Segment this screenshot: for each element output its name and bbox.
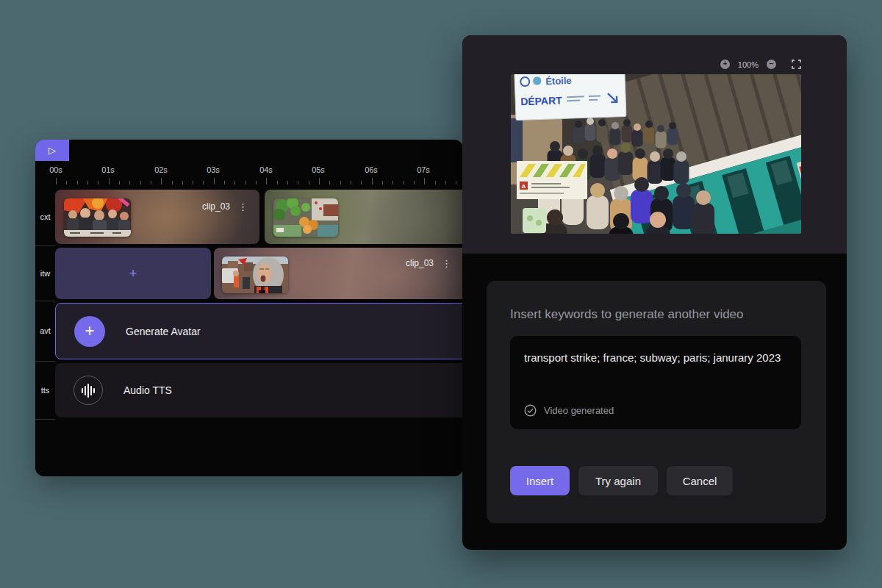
preview-video-frame[interactable]: Étoile DÉPART bbox=[511, 74, 801, 234]
track-divider bbox=[35, 301, 55, 301]
clip-thumbnail-interview bbox=[222, 257, 288, 293]
timeline-ruler[interactable]: 00s 01s 02s 03s 04s 05s 06s 07s bbox=[35, 161, 463, 186]
fullscreen-button[interactable] bbox=[792, 60, 801, 69]
zoom-level: 100% bbox=[738, 60, 759, 69]
zoom-out-button[interactable]: − bbox=[767, 60, 776, 69]
generator-card: Insert keywords to generate another vide… bbox=[487, 281, 826, 523]
track-divider bbox=[35, 245, 55, 246]
zoom-out-icon: − bbox=[770, 60, 774, 68]
zoom-in-button[interactable]: + bbox=[720, 60, 730, 69]
generate-avatar-label: Generate Avatar bbox=[126, 326, 201, 337]
svg-text:DÉPART: DÉPART bbox=[520, 94, 562, 107]
generator-actions: Insert Try again Cancel bbox=[510, 466, 733, 495]
track-divider bbox=[35, 419, 55, 420]
check-circle-icon bbox=[524, 404, 537, 417]
plus-icon: + bbox=[85, 321, 94, 341]
add-clip-icon: + bbox=[129, 265, 137, 282]
departure-sign: Étoile DÉPART bbox=[514, 74, 626, 121]
ruler-label: 01s bbox=[101, 165, 115, 174]
audio-tts-label: Audio TTS bbox=[123, 384, 172, 396]
works-sign: A bbox=[517, 161, 587, 199]
preview-panel: + 100% − bbox=[462, 35, 847, 550]
fullscreen-icon bbox=[792, 60, 801, 69]
timeline-add-clip-slot[interactable]: + bbox=[55, 248, 211, 299]
track-label-avt: avt bbox=[35, 326, 55, 335]
zoom-toolbar: + 100% − bbox=[720, 60, 801, 69]
track-label-itw: itw bbox=[35, 269, 55, 278]
keywords-value: transport strike; france; subway; paris;… bbox=[510, 336, 801, 365]
status-text: Video generated bbox=[544, 405, 614, 416]
clip-thumbnail-protest bbox=[64, 198, 131, 237]
timeline-clip-context-2[interactable] bbox=[265, 190, 463, 244]
audio-waveform-icon bbox=[74, 376, 103, 405]
ruler-label: 04s bbox=[259, 165, 273, 174]
cancel-button[interactable]: Cancel bbox=[667, 466, 733, 495]
ruler-label: 07s bbox=[417, 165, 430, 174]
timeline-clip-interview[interactable]: clip_03 ⋮ bbox=[214, 248, 463, 299]
timeline-panel: ▷ 00s 01s 02s 03s 04s 05s 06s 07s cxt it… bbox=[35, 140, 463, 476]
track-label-cxt: cxt bbox=[35, 212, 55, 221]
play-button[interactable]: ▷ bbox=[35, 140, 69, 161]
track-divider bbox=[35, 361, 55, 362]
ruler-label: 02s bbox=[154, 165, 168, 174]
ruler-label: 00s bbox=[49, 165, 62, 174]
generation-status: Video generated bbox=[524, 404, 614, 417]
clip-thumbnail-market bbox=[273, 198, 338, 237]
ruler-label: 03s bbox=[207, 165, 220, 174]
audio-tts-row[interactable]: Audio TTS bbox=[55, 363, 463, 417]
timeline-clip-context-1[interactable]: clip_03 ⋮ bbox=[55, 190, 259, 244]
clip-menu-kebab-icon[interactable]: ⋮ bbox=[237, 202, 249, 212]
generator-title: Insert keywords to generate another vide… bbox=[510, 307, 826, 322]
svg-text:A: A bbox=[522, 183, 526, 190]
clip-label: clip_03 bbox=[202, 201, 230, 212]
clip-label: clip_03 bbox=[406, 258, 434, 268]
ruler-label: 05s bbox=[312, 165, 325, 174]
insert-button[interactable]: Insert bbox=[510, 466, 570, 495]
clip-menu-kebab-icon[interactable]: ⋮ bbox=[440, 259, 453, 268]
generate-avatar-row[interactable]: + Generate Avatar bbox=[55, 303, 463, 359]
ruler-label: 06s bbox=[365, 165, 378, 174]
generate-avatar-plus-icon[interactable]: + bbox=[74, 316, 105, 347]
try-again-button[interactable]: Try again bbox=[578, 466, 658, 495]
keywords-input[interactable]: transport strike; france; subway; paris;… bbox=[510, 336, 801, 429]
play-icon: ▷ bbox=[49, 145, 56, 156]
svg-text:Étoile: Étoile bbox=[545, 75, 572, 87]
track-label-tts: tts bbox=[35, 386, 55, 395]
preview-section: + 100% − bbox=[462, 35, 847, 254]
zoom-in-icon: + bbox=[723, 60, 727, 68]
